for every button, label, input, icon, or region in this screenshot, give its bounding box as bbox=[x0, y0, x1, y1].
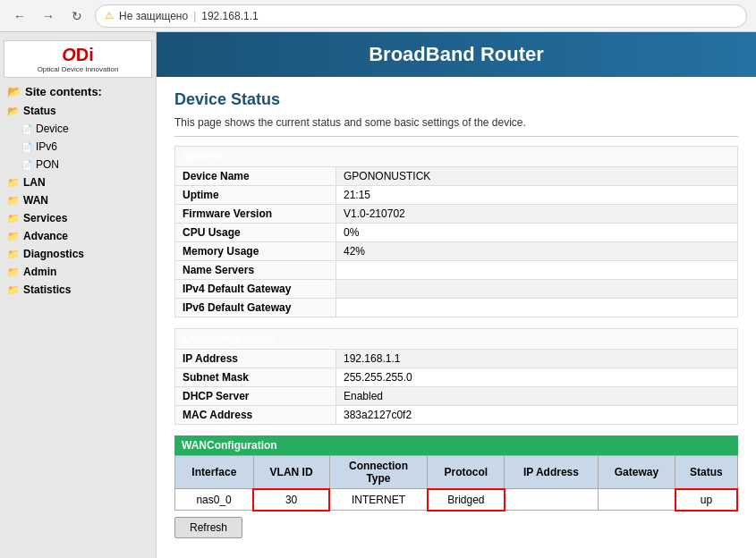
sidebar-item-statistics[interactable]: 📁 Statistics bbox=[0, 281, 156, 299]
col-interface: Interface bbox=[175, 456, 254, 489]
sidebar-label-services: Services bbox=[23, 212, 67, 224]
forward-button[interactable]: → bbox=[38, 5, 59, 27]
value-ipv6-gateway bbox=[336, 299, 738, 317]
label-firmware: Firmware Version bbox=[175, 205, 336, 224]
sidebar-label-lan: LAN bbox=[23, 176, 46, 189]
label-ipv4-gateway: IPv4 Default Gateway bbox=[175, 280, 336, 299]
sidebar-item-device[interactable]: 📄 Device bbox=[0, 120, 156, 138]
folder-icon-lan: 📁 bbox=[7, 177, 20, 189]
sidebar-label-diagnostics: Diagnostics bbox=[23, 248, 84, 260]
system-table: System Device Name GPONONUSTICK Uptime 2… bbox=[174, 146, 738, 317]
label-name-servers: Name Servers bbox=[175, 261, 336, 280]
browser-toolbar: ← → ↻ ⚠ Не защищено | 192.168.1.1 bbox=[0, 0, 756, 32]
sidebar-label-statistics: Statistics bbox=[23, 283, 71, 296]
system-section-header: System bbox=[175, 147, 738, 167]
sidebar-header: 📂 Site contents: bbox=[0, 81, 156, 102]
sidebar-label-device: Device bbox=[36, 123, 69, 135]
table-row: IP Address 192.168.1.1 bbox=[175, 350, 738, 368]
folder-icon-diagnostics: 📁 bbox=[7, 249, 20, 260]
table-row: Memory Usage 42% bbox=[175, 242, 738, 261]
folder-icon-admin: 📁 bbox=[7, 266, 20, 278]
address-bar[interactable]: ⚠ Не защищено | 192.168.1.1 bbox=[95, 4, 747, 28]
sidebar-label-status: Status bbox=[23, 105, 56, 117]
table-row: Device Name GPONONUSTICK bbox=[175, 167, 738, 186]
table-row: Subnet Mask 255.255.255.0 bbox=[175, 368, 738, 387]
value-ipv4-gateway bbox=[336, 280, 738, 299]
sidebar-item-admin[interactable]: 📁 Admin bbox=[0, 263, 156, 281]
folder-icon: 📂 bbox=[7, 85, 21, 98]
folder-icon-services: 📁 bbox=[7, 213, 20, 224]
value-memory: 42% bbox=[336, 242, 738, 261]
page-description: This page shows the current status and s… bbox=[174, 116, 738, 137]
sidebar-label-pon: PON bbox=[36, 158, 59, 171]
sidebar: ODi Optical Device Innovation 📂 Site con… bbox=[0, 32, 157, 558]
url-text: 192.168.1.1 bbox=[201, 10, 258, 22]
wan-section-header: WANConfiguration bbox=[174, 435, 738, 455]
logo-subtitle: Optical Device Innovation bbox=[12, 65, 144, 73]
sidebar-label-wan: WAN bbox=[23, 194, 48, 207]
folder-icon-wan: 📁 bbox=[7, 195, 20, 207]
sidebar-item-advance[interactable]: 📁 Advance bbox=[0, 227, 156, 245]
security-icon: ⚠ bbox=[105, 10, 114, 21]
label-mac: MAC Address bbox=[175, 406, 336, 425]
sidebar-label-ipv6: IPv6 bbox=[36, 140, 57, 153]
table-row: IPv4 Default Gateway bbox=[175, 280, 738, 299]
label-dhcp: DHCP Server bbox=[175, 387, 336, 406]
folder-icon-statistics: 📁 bbox=[7, 284, 20, 296]
col-protocol: Protocol bbox=[428, 456, 505, 489]
table-row: Name Servers bbox=[175, 261, 738, 280]
table-row: IPv6 Default Gateway bbox=[175, 299, 738, 317]
sidebar-label-admin: Admin bbox=[23, 266, 56, 278]
wan-protocol: Bridged bbox=[428, 489, 505, 511]
label-device-name: Device Name bbox=[175, 167, 336, 186]
wan-section: WANConfiguration Interface VLAN ID Conne… bbox=[174, 435, 738, 538]
refresh-button[interactable]: Refresh bbox=[174, 517, 242, 538]
logo: ODi Optical Device Innovation bbox=[4, 40, 152, 78]
refresh-button[interactable]: ↻ bbox=[66, 5, 88, 27]
content-area: BroadBand Router Device Status This page… bbox=[157, 32, 756, 558]
wan-table-header-row: Interface VLAN ID ConnectionType Protoco… bbox=[175, 456, 738, 489]
value-mac: 383a2127c0f2 bbox=[336, 406, 738, 425]
wan-vlan-id: 30 bbox=[253, 489, 329, 511]
sidebar-item-lan[interactable]: 📁 LAN bbox=[0, 173, 156, 191]
sidebar-item-ipv6[interactable]: 📄 IPv6 bbox=[0, 138, 156, 156]
col-ip-address: IP Address bbox=[505, 456, 598, 489]
wan-gateway bbox=[598, 489, 675, 511]
sidebar-item-pon[interactable]: 📄 PON bbox=[0, 156, 156, 173]
col-gateway: Gateway bbox=[598, 456, 675, 489]
label-subnet: Subnet Mask bbox=[175, 368, 336, 387]
header-title: BroadBand Router bbox=[369, 43, 544, 65]
security-label: Не защищено bbox=[119, 10, 188, 22]
wan-table-row: nas0_0 30 INTERNET Bridged up bbox=[175, 489, 738, 511]
value-ip: 192.168.1.1 bbox=[336, 350, 738, 368]
value-subnet: 255.255.255.0 bbox=[336, 368, 738, 387]
page-title: Device Status bbox=[174, 90, 738, 109]
sidebar-item-status[interactable]: 📂 Status bbox=[0, 102, 156, 120]
page-icon-pon: 📄 bbox=[21, 160, 32, 170]
sidebar-item-diagnostics[interactable]: 📁 Diagnostics bbox=[0, 245, 156, 263]
sidebar-item-wan[interactable]: 📁 WAN bbox=[0, 191, 156, 209]
label-ip: IP Address bbox=[175, 350, 336, 368]
sidebar-item-services[interactable]: 📁 Services bbox=[0, 209, 156, 227]
folder-open-icon: 📂 bbox=[7, 106, 20, 117]
back-button[interactable]: ← bbox=[9, 5, 30, 27]
value-name-servers bbox=[336, 261, 738, 280]
lan-table: LANConfiguration IP Address 192.168.1.1 … bbox=[174, 328, 738, 425]
col-vlan-id: VLAN ID bbox=[253, 456, 329, 489]
label-cpu: CPU Usage bbox=[175, 224, 336, 242]
wan-ip-address bbox=[505, 489, 598, 511]
page-icon-device: 📄 bbox=[21, 124, 32, 134]
value-cpu: 0% bbox=[336, 224, 738, 242]
value-firmware: V1.0-210702 bbox=[336, 205, 738, 224]
value-dhcp: Enabled bbox=[336, 387, 738, 406]
col-status: Status bbox=[675, 456, 737, 489]
content-body: Device Status This page shows the curren… bbox=[157, 77, 756, 552]
table-row: DHCP Server Enabled bbox=[175, 387, 738, 406]
sidebar-label-advance: Advance bbox=[23, 230, 68, 242]
wan-connection-type: INTERNET bbox=[329, 489, 428, 511]
table-row: CPU Usage 0% bbox=[175, 224, 738, 242]
lan-section-header: LANConfiguration bbox=[175, 329, 738, 350]
wan-table: Interface VLAN ID ConnectionType Protoco… bbox=[174, 455, 738, 512]
col-connection-type: ConnectionType bbox=[329, 456, 428, 489]
wan-status: up bbox=[675, 489, 737, 511]
